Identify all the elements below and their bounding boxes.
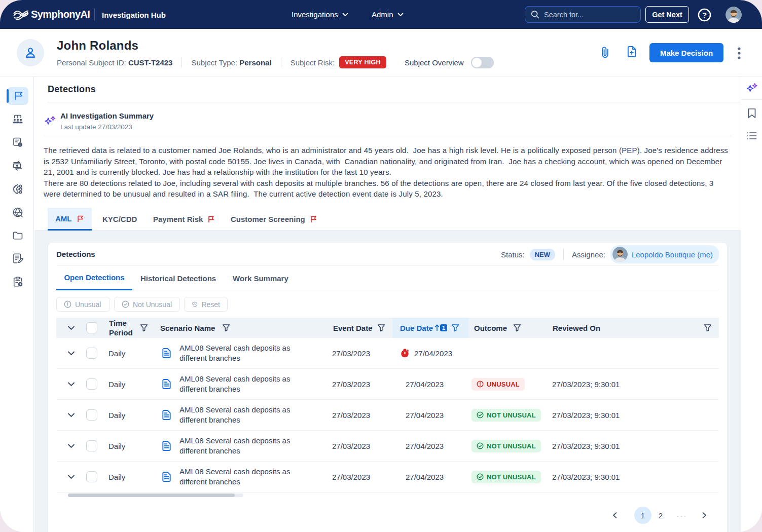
svg-text:?: ?: [702, 11, 707, 19]
